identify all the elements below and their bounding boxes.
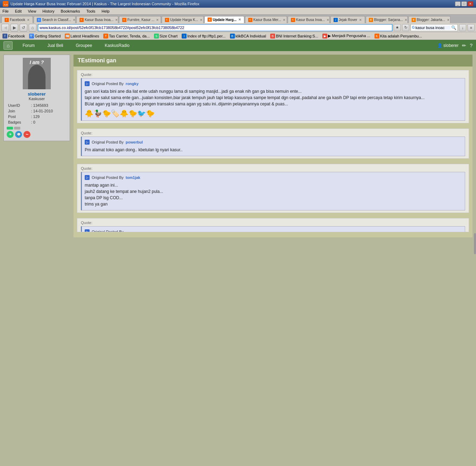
menu-view[interactable]: View <box>27 9 37 14</box>
tab-close-furnitre[interactable]: ✕ <box>156 18 159 22</box>
tab-close-blogger1[interactable]: ✕ <box>405 18 407 22</box>
bookmark-latest-headlines[interactable]: 📰 Latest Headlines <box>64 33 100 39</box>
tab-icon-facebook: f <box>5 18 9 22</box>
menu-help[interactable]: Help <box>100 9 111 14</box>
bookmark-facebook[interactable]: f Facebook <box>1 33 26 39</box>
kaskus-nav-groupee[interactable]: Groupee <box>73 42 95 49</box>
quote-line-3-2: jauh2 datang ke tempat ane hujan2 pula..… <box>85 188 462 195</box>
tab-furnitre[interactable]: K Furnitre, Kasur ... ✕ <box>119 16 161 23</box>
tab-update-harga-1[interactable]: K Update Harga K... ✕ <box>162 16 204 23</box>
bookmark-menjadi-pengusaha[interactable]: ▶ ▶ Menjadi Pengusaha ... <box>321 33 371 39</box>
quote-author-2[interactable]: powerbul <box>126 140 143 144</box>
bookmark-index-ftp[interactable]: I Index of ftp://ftp1.per... <box>181 33 226 39</box>
post-title: TEstimoni gan <box>74 55 472 67</box>
tab-search-classif[interactable]: S Search in Classif... ✕ <box>34 16 76 23</box>
tab-icon-mer: K <box>248 18 252 22</box>
forward-button[interactable]: ▶ <box>10 24 18 32</box>
tab-close-mer[interactable]: ✕ <box>283 18 286 22</box>
tab-close-blogger2[interactable]: ✕ <box>447 18 450 22</box>
quote-block-1: Quote: ▷ Original Posted By rongky gan s… <box>77 70 469 123</box>
search-box[interactable]: G 🔍 <box>411 24 458 31</box>
back-button[interactable]: ◀ <box>1 24 9 32</box>
settings-button[interactable]: ≡ <box>468 24 475 31</box>
kaskus-nav-jualbeli[interactable]: Jual Beli <box>44 42 66 49</box>
navigation-bar: ◀ ▶ ↺ ⌂ www.kaskus.co.id/post/52efc0f13f… <box>0 23 476 32</box>
quote-block-4: Quote: ▷ Original Posted By <box>77 218 469 232</box>
post-label: Post <box>7 114 30 119</box>
tab-blogger-jakarta[interactable]: B Blogger: Jakarta... ✕ <box>408 16 450 23</box>
badge-report[interactable]: ⛔ <box>23 131 30 138</box>
join-label: Join <box>7 109 30 113</box>
home-button[interactable]: ⌂ <box>29 24 36 32</box>
tab-icon-blogger1: B <box>369 18 373 22</box>
quote-label-4: Quote: <box>81 221 465 225</box>
quote-arrow-icon-2: ▷ <box>85 140 90 145</box>
quote-original-by-text-4: Original Posted By <box>92 230 124 232</box>
kaskus-username[interactable]: 👤 sloberer <box>437 43 459 48</box>
quote-arrow-icon-4: ▷ <box>85 229 90 232</box>
url-bar[interactable]: www.kaskus.co.id/post/52efc0f13fcb173805… <box>38 24 392 31</box>
tab-kasur-busa-2[interactable]: K Kasur Busa Inoa... ✕ <box>288 16 330 23</box>
tab-close-facebook[interactable]: ✕ <box>27 18 30 22</box>
quote-author-1[interactable]: rongky <box>126 82 139 86</box>
tab-blogger-sarjana[interactable]: B Blogger: Sarjana... ✕ <box>366 16 408 23</box>
maximize-button[interactable]: □ <box>461 1 467 6</box>
search-submit-icon[interactable]: 🔍 <box>451 25 456 30</box>
menu-file[interactable]: File <box>1 9 10 14</box>
tab-icon-kasur2: K <box>291 18 295 22</box>
bookmark-bni[interactable]: B BNI Internet Banking:S... <box>269 33 319 39</box>
tab-close-update1[interactable]: ✕ <box>200 18 203 22</box>
badges-value: : 0 <box>30 120 66 125</box>
search-input[interactable] <box>415 26 450 30</box>
tab-close-search[interactable]: ✕ <box>73 18 76 22</box>
window-controls[interactable]: _ □ ✕ <box>455 1 473 6</box>
quote-arrow-icon-3: ▷ <box>85 175 90 180</box>
bookmark-klikbca[interactable]: B klikBCA Individual <box>229 33 267 39</box>
tab-icon-jejak: J <box>334 18 338 22</box>
tab-close-kasur2[interactable]: ✕ <box>327 18 329 22</box>
tab-jejak[interactable]: J Jejak Rover ✕ <box>330 16 365 23</box>
tab-facebook[interactable]: f Facebook ✕ <box>1 16 33 23</box>
tab-close-kasur1[interactable]: ✕ <box>115 18 118 22</box>
bookmark-icon-ftp: I <box>182 34 187 39</box>
bookmark-star-button[interactable]: ★ <box>394 24 401 31</box>
url-text: www.kaskus.co.id/post/52efc0f13fcb173805… <box>40 26 184 30</box>
scrollbar[interactable] <box>474 233 476 241</box>
tab-close-active[interactable]: ✕ <box>238 18 241 21</box>
close-button[interactable]: ✕ <box>468 1 473 6</box>
tab-close-jejak[interactable]: ✕ <box>359 18 362 22</box>
menu-tools[interactable]: Tools <box>85 9 97 14</box>
kaskus-nav-forum[interactable]: Forum <box>20 42 37 49</box>
tab-icon-blogger2: B <box>412 18 416 22</box>
tab-kasur-busa-1[interactable]: K Kasur Busa Inoa... ✕ <box>76 16 118 23</box>
menu-bar: File Edit View History Bookmarks Tools H… <box>0 8 476 15</box>
kaskus-home-button[interactable]: ⌂ <box>4 41 13 50</box>
refresh-button[interactable]: ↺ <box>20 24 27 32</box>
kaskus-nav-radio[interactable]: KaskusRadio <box>102 42 132 49</box>
tab-update-harga-active[interactable]: K Update Harg... ✕ <box>204 16 244 23</box>
kaskus-help-icon[interactable]: ? <box>470 43 472 48</box>
bookmark-icon-bni: B <box>270 34 275 39</box>
bookmark-getting-started[interactable]: 🔍 Getting Started <box>28 33 62 39</box>
kaskus-edit-icon[interactable]: ✏ <box>462 43 466 48</box>
tab-icon-update1: K <box>165 18 169 22</box>
bookmark-tas-carrier[interactable]: T Tas Carrier, Tenda, da... <box>102 33 151 39</box>
firefox-icon: 🦊 <box>3 1 8 7</box>
download-button[interactable]: ↓ <box>459 24 466 31</box>
sidebar-username[interactable]: sloberer <box>7 91 67 97</box>
tab-icon-kaskus1: K <box>79 18 84 22</box>
bookmark-size-chart[interactable]: S Size Chart <box>153 33 178 39</box>
post-value: : 129 <box>30 114 66 119</box>
menu-edit[interactable]: Edit <box>14 9 23 14</box>
menu-history[interactable]: History <box>41 9 55 14</box>
quote-author-3[interactable]: tom1jak <box>126 175 140 180</box>
minimize-button[interactable]: _ <box>455 1 461 6</box>
badge-view[interactable]: 👁 <box>7 131 14 138</box>
join-value: : 14-01-2010 <box>30 109 66 113</box>
userid-label: UserID <box>7 103 30 108</box>
bookmark-kita-adalah[interactable]: K Kita adalah Penyambu... <box>373 33 423 39</box>
menu-bookmarks[interactable]: Bookmarks <box>60 9 81 14</box>
tab-kasur-mer[interactable]: K Kasur Busa Mer... ✕ <box>245 16 287 23</box>
refresh-small-button[interactable]: ↻ <box>402 24 409 31</box>
badge-reply[interactable]: 💬 <box>15 131 22 138</box>
